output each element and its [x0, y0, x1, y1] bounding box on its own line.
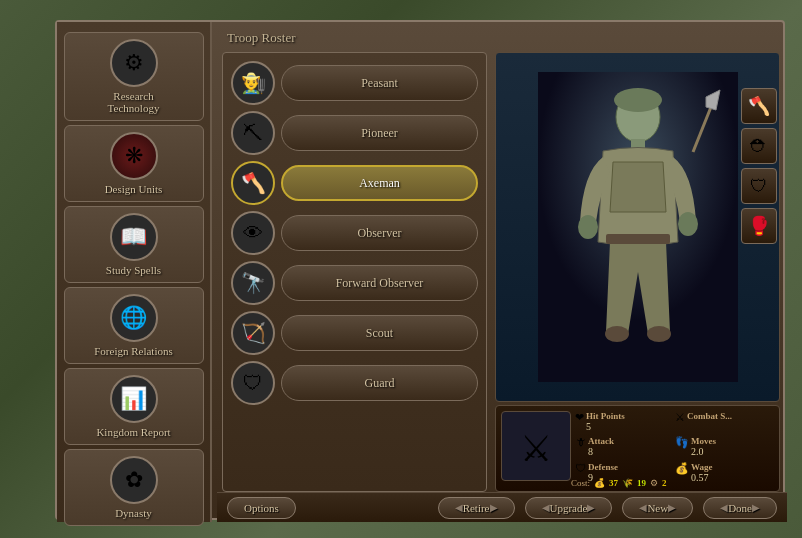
- sidebar-item-dynasty[interactable]: ✿ Dynasty: [64, 449, 204, 526]
- weapon-icon-shield: 🛡: [741, 168, 777, 204]
- svg-text:⚔: ⚔: [520, 429, 552, 469]
- troop-button-guard[interactable]: Guard: [281, 365, 478, 401]
- cost-gold-icon: 💰: [594, 478, 605, 488]
- troop-avatar-peasant: 👨‍🌾: [231, 61, 275, 105]
- attack-label: Attack: [588, 436, 614, 446]
- retire-button[interactable]: ◀ Retire ▶: [438, 497, 515, 519]
- stat-combat-skill: ⚔ Combat S...: [675, 411, 774, 435]
- troop-avatar-guard: 🛡: [231, 361, 275, 405]
- weapon-icon-glove: 🥊: [741, 208, 777, 244]
- svg-rect-9: [606, 234, 670, 244]
- sidebar: ⚙ ResearchTechnology ❋ Design Units 📖 St…: [57, 22, 212, 522]
- cost-food-icon: 🌾: [622, 478, 633, 488]
- done-button[interactable]: ◀ Done ▶: [703, 497, 777, 519]
- troop-item-observer[interactable]: 👁 Observer: [231, 211, 478, 255]
- sidebar-label-dynasty: Dynasty: [115, 507, 152, 519]
- new-label: New: [647, 502, 668, 514]
- troop-item-guard[interactable]: 🛡 Guard: [231, 361, 478, 405]
- main-window: ⚙ ResearchTechnology ❋ Design Units 📖 St…: [55, 20, 785, 520]
- svg-point-8: [647, 326, 671, 342]
- troop-button-observer[interactable]: Observer: [281, 215, 478, 251]
- sidebar-item-design-units[interactable]: ❋ Design Units: [64, 125, 204, 202]
- character-display: 🪓 ⛑ 🛡 🥊: [495, 52, 780, 402]
- stat-attack: 🗡 Attack 8: [575, 436, 674, 460]
- weapon-icons: 🪓 ⛑ 🛡 🥊: [741, 88, 777, 244]
- sidebar-item-study-spells[interactable]: 📖 Study Spells: [64, 206, 204, 283]
- retire-arrow-left: ◀: [455, 502, 463, 513]
- new-arrow-right: ▶: [668, 502, 676, 513]
- kingdom-report-icon: 📊: [110, 375, 158, 423]
- svg-point-5: [578, 215, 598, 239]
- done-label: Done: [728, 502, 752, 514]
- retire-arrow-right: ▶: [490, 502, 498, 513]
- sidebar-item-kingdom-report[interactable]: 📊 Kingdom Report: [64, 368, 204, 445]
- wage-icon: 💰: [675, 462, 689, 475]
- troop-button-axeman[interactable]: Axeman: [281, 165, 478, 201]
- stats-grid: ❤ Hit Points 5 ⚔ Combat S... 🗡 Attack: [575, 411, 774, 486]
- weapon-icon-helm: ⛑: [741, 128, 777, 164]
- combat-skill-label: Combat S...: [687, 411, 732, 421]
- cost-other-icon: ⚙: [650, 478, 658, 488]
- moves-value: 2.0: [691, 446, 716, 457]
- sidebar-label-kingdom-report: Kingdom Report: [96, 426, 170, 438]
- stat-hit-points: ❤ Hit Points 5: [575, 411, 674, 435]
- character-figure: [538, 72, 738, 382]
- svg-point-7: [605, 326, 629, 342]
- hit-points-value: 5: [586, 421, 625, 432]
- upgrade-button[interactable]: ◀ Upgrade ▶: [525, 497, 613, 519]
- done-arrow-left: ◀: [720, 502, 728, 513]
- troop-item-axeman[interactable]: 🪓 Axeman: [231, 161, 478, 205]
- troop-item-pioneer[interactable]: ⛏ Pioneer: [231, 111, 478, 155]
- defense-icon: 🛡: [575, 462, 586, 474]
- troop-avatar-pioneer: ⛏: [231, 111, 275, 155]
- foreign-relations-icon: 🌐: [110, 294, 158, 342]
- moves-label: Moves: [691, 436, 716, 446]
- content-title: Troop Roster: [217, 22, 787, 51]
- troop-avatar-scout: 🏹: [231, 311, 275, 355]
- combat-skill-icon: ⚔: [675, 411, 685, 424]
- bottom-bar: Options ◀ Retire ▶ ◀ Upgrade ▶ ◀ New ▶ ◀…: [217, 492, 787, 522]
- troop-item-forward-observer[interactable]: 🔭 Forward Observer: [231, 261, 478, 305]
- upgrade-label: Upgrade: [550, 502, 588, 514]
- sidebar-item-foreign-relations[interactable]: 🌐 Foreign Relations: [64, 287, 204, 364]
- hit-points-icon: ❤: [575, 411, 584, 424]
- troop-item-peasant[interactable]: 👨‍🌾 Peasant: [231, 61, 478, 105]
- svg-point-6: [678, 212, 698, 236]
- stat-moves: 👣 Moves 2.0: [675, 436, 774, 460]
- troop-button-scout[interactable]: Scout: [281, 315, 478, 351]
- upgrade-arrow-left: ◀: [542, 502, 550, 513]
- svg-point-2: [614, 88, 662, 112]
- cost-other-value: 2: [662, 478, 667, 488]
- attack-value: 8: [588, 446, 614, 457]
- stats-avatar: ⚔: [501, 411, 571, 481]
- troop-list-panel: 👨‍🌾 Peasant ⛏ Pioneer 🪓 Axeman 👁 Observe…: [222, 52, 487, 492]
- sidebar-label-design-units: Design Units: [105, 183, 163, 195]
- cost-row: Cost: 💰 37 🌾 19 ⚙ 2: [571, 478, 775, 488]
- sidebar-item-research-technology[interactable]: ⚙ ResearchTechnology: [64, 32, 204, 121]
- dynasty-icon: ✿: [110, 456, 158, 504]
- design-units-icon: ❋: [110, 132, 158, 180]
- hit-points-label: Hit Points: [586, 411, 625, 421]
- cost-food-value: 19: [637, 478, 646, 488]
- troop-button-pioneer[interactable]: Pioneer: [281, 115, 478, 151]
- sidebar-label-foreign-relations: Foreign Relations: [94, 345, 173, 357]
- sidebar-label-study-spells: Study Spells: [106, 264, 161, 276]
- cost-gold-value: 37: [609, 478, 618, 488]
- attack-icon: 🗡: [575, 436, 586, 448]
- troop-button-forward-observer[interactable]: Forward Observer: [281, 265, 478, 301]
- troop-button-peasant[interactable]: Peasant: [281, 65, 478, 101]
- troop-avatar-observer: 👁: [231, 211, 275, 255]
- defense-label: Defense: [588, 462, 618, 472]
- new-button[interactable]: ◀ New ▶: [622, 497, 693, 519]
- upgrade-arrow-right: ▶: [587, 502, 595, 513]
- cost-label: Cost:: [571, 478, 590, 488]
- troop-item-scout[interactable]: 🏹 Scout: [231, 311, 478, 355]
- troop-avatar-axeman: 🪓: [231, 161, 275, 205]
- retire-label: Retire: [463, 502, 490, 514]
- sidebar-label-research-technology: ResearchTechnology: [108, 90, 160, 114]
- research-technology-icon: ⚙: [110, 39, 158, 87]
- content-area: Troop Roster 👨‍🌾 Peasant ⛏ Pioneer 🪓 Axe…: [217, 22, 787, 522]
- options-button[interactable]: Options: [227, 497, 296, 519]
- troop-avatar-forward-observer: 🔭: [231, 261, 275, 305]
- stats-panel: ⚔ ❤ Hit Points 5 ⚔ Combat S...: [495, 405, 780, 492]
